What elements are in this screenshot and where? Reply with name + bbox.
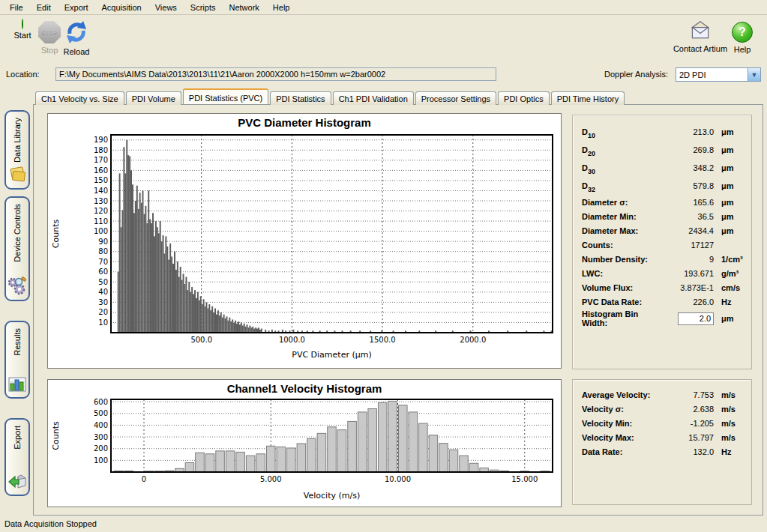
svg-text:400: 400 (94, 421, 108, 429)
stat-row: Volume Flux:3.873E-1cm/s (582, 280, 744, 294)
stat-unit: m/s (714, 390, 744, 399)
stat-label: Average Velocity: (582, 390, 660, 399)
stat-unit: m/s (714, 405, 744, 414)
tab-pdi-volume[interactable]: PDI Volume (126, 91, 181, 105)
help-button[interactable]: ? Help (723, 19, 762, 54)
status-bar: Data Acquisition Stopped (0, 517, 767, 532)
stat-label: Diameter σ: (582, 198, 660, 207)
stat-row: Velocity Min:-1.205m/s (582, 416, 744, 430)
stat-value: 213.0 (660, 127, 714, 136)
stat-value: 226.0 (660, 297, 714, 306)
stat-label: Velocity σ: (582, 405, 660, 414)
tab-pdi-time-history[interactable]: PDI Time History (551, 91, 625, 105)
stat-value: -1.205 (660, 419, 714, 428)
tab-pane-pdi-statistics-pvc: PVC Diameter Histogram 10203040506070809… (33, 104, 763, 516)
help-button-label: Help (723, 45, 762, 54)
stat-row: Velocity σ:2.638m/s (582, 402, 744, 416)
menu-item-help[interactable]: Help (266, 1, 297, 13)
envelope-icon (688, 19, 712, 42)
svg-text:500.0: 500.0 (190, 336, 212, 344)
reload-button[interactable]: Reload (55, 19, 97, 56)
svg-text:180: 180 (94, 146, 108, 154)
stat-unit: Hz (714, 297, 744, 306)
status-text: Data Acquisition Stopped (4, 519, 97, 528)
sidebar-item-results[interactable]: Results (4, 321, 30, 399)
stat-row: D30348.2μm (582, 159, 744, 177)
stat-label: Histogram Bin Width: (582, 309, 660, 327)
velocity-stats-panel: Average Velocity:7.753m/sVelocity σ:2.63… (572, 379, 752, 505)
tab-ch1-velocity-vs-size[interactable]: Ch1 Velocity vs. Size (35, 91, 124, 105)
tab-ch1-pdi-validation[interactable]: Ch1 PDI Validation (333, 91, 414, 105)
stat-label: Counts: (582, 241, 660, 250)
svg-text:110: 110 (94, 217, 108, 226)
svg-text:170: 170 (94, 156, 108, 164)
svg-text:1000.0: 1000.0 (279, 336, 305, 344)
stat-row: Diameter σ:165.6μm (582, 195, 744, 209)
svg-text:90: 90 (98, 238, 108, 246)
diameter-stats-panel: D10213.0μmD20269.8μmD30348.2μmD32579.8μm… (572, 115, 752, 369)
stat-row: Number Density:91/cm³ (582, 252, 744, 266)
sidebar: Data LibraryDevice ControlsResultsExport (0, 84, 33, 517)
svg-text:70: 70 (98, 258, 108, 266)
stat-label: Diameter Min: (582, 212, 660, 221)
stat-unit: μm (714, 127, 744, 136)
stat-label: Number Density: (582, 255, 660, 264)
doppler-analysis-dropdown[interactable]: 2D PDI ▼ (676, 67, 761, 82)
svg-text:0: 0 (142, 475, 146, 483)
stat-unit: g/m³ (714, 269, 744, 278)
svg-text:15.000: 15.000 (511, 475, 538, 483)
tab-processor-settings[interactable]: Processor Settings (415, 91, 496, 105)
svg-text:120: 120 (94, 207, 108, 215)
stat-row: Data Rate:132.0Hz (582, 444, 744, 459)
sidebar-item-device-controls[interactable]: Device Controls (4, 196, 30, 301)
svg-text:Counts: Counts (51, 220, 61, 249)
stat-label: Data Rate: (582, 447, 660, 456)
contact-artium-label: Contact Artium (672, 44, 729, 53)
histogram-bin-width-input[interactable] (678, 312, 714, 325)
sidebar-item-data-library[interactable]: Data Library (4, 110, 30, 190)
pvc-diameter-histogram-panel: PVC Diameter Histogram 10203040506070809… (47, 113, 562, 369)
stat-value: 165.6 (660, 198, 714, 207)
svg-text:Velocity (m/s): Velocity (m/s) (304, 491, 360, 501)
svg-text:Counts: Counts (51, 421, 61, 450)
stat-unit: cm/s (714, 283, 744, 292)
stat-row: D20269.8μm (582, 141, 744, 159)
menu-item-acquisition[interactable]: Acquisition (95, 1, 148, 13)
svg-text:60: 60 (98, 267, 108, 276)
sidebar-item-label: Results (13, 328, 22, 356)
chevron-down-icon[interactable]: ▼ (748, 68, 760, 81)
stat-unit: m/s (714, 433, 744, 442)
stat-label: D10 (582, 127, 660, 136)
stat-value: 269.8 (660, 145, 714, 154)
menu-bar: FileEditExportAcquisitionViewsScriptsNet… (0, 0, 767, 15)
svg-text:10: 10 (98, 318, 108, 327)
pvc-diameter-histogram-title: PVC Diameter Histogram (48, 114, 561, 129)
stat-value: 132.0 (660, 447, 714, 456)
doppler-analysis-label: Doppler Analysis: (604, 70, 668, 79)
sidebar-item-label: Data Library (13, 118, 22, 163)
contact-artium-button[interactable]: Contact Artium (672, 19, 729, 53)
menu-item-scripts[interactable]: Scripts (184, 1, 223, 13)
stat-value: 36.5 (660, 212, 714, 221)
menu-item-network[interactable]: Network (222, 1, 265, 13)
toolbar: Start STOP Stop Reload Contact Artium ? … (0, 15, 767, 66)
main-area: Data LibraryDevice ControlsResultsExport… (0, 84, 767, 517)
tab-pdi-statistics-pvc-[interactable]: PDI Statistics (PVC) (183, 88, 268, 104)
menu-item-export[interactable]: Export (58, 1, 95, 13)
stat-label: D32 (582, 181, 660, 190)
velocity-histogram-panel: Channel1 Velocity Histogram 100200300400… (47, 379, 562, 507)
stat-label: Velocity Min: (582, 419, 660, 428)
menu-item-edit[interactable]: Edit (30, 1, 58, 13)
stat-value: 17127 (660, 241, 714, 250)
svg-text:200: 200 (94, 444, 108, 453)
tab-pdi-optics[interactable]: PDI Optics (498, 91, 550, 105)
reload-button-label: Reload (55, 47, 97, 56)
location-field[interactable]: F:\My Documents\AIMS Data\2013\2013\11\2… (55, 67, 496, 81)
menu-item-file[interactable]: File (3, 1, 30, 13)
sidebar-item-label: Device Controls (13, 204, 22, 262)
sidebar-item-export[interactable]: Export (4, 418, 30, 496)
menu-item-views[interactable]: Views (148, 1, 184, 13)
svg-text:190: 190 (94, 136, 108, 144)
tab-pdi-statistics[interactable]: PDI Statistics (270, 91, 331, 105)
stat-value: 7.753 (660, 390, 714, 399)
